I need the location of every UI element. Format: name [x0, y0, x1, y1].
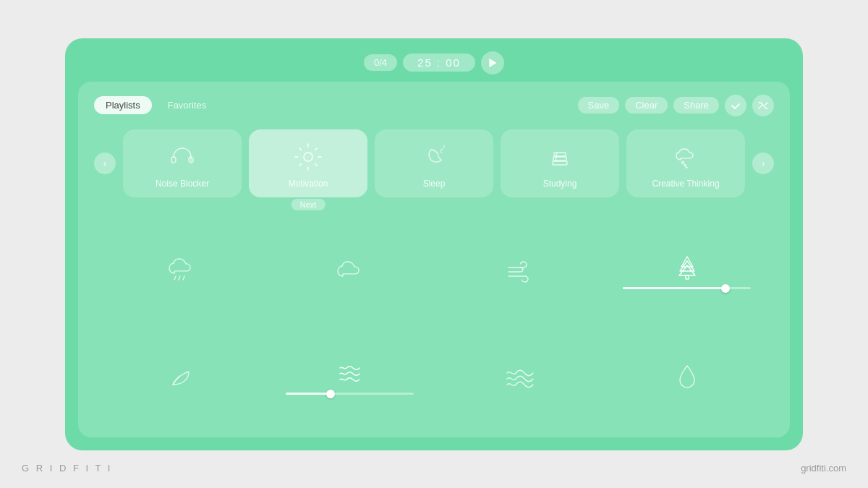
category-sleep[interactable]: z z Sleep: [375, 129, 493, 197]
brand-left: G R I D F I T I: [22, 463, 112, 474]
svg-point-17: [682, 161, 684, 163]
sun-icon: [292, 141, 324, 173]
category-noise-blocker[interactable]: Noise Blocker: [123, 129, 242, 197]
timer-display: 25 : 00: [403, 53, 475, 72]
tabs-right: Save Clear Share: [578, 95, 774, 116]
svg-line-10: [299, 163, 302, 166]
books-icon: [544, 141, 576, 173]
play-button[interactable]: [481, 51, 504, 74]
sound-rain[interactable]: [101, 222, 261, 319]
categories-list: Noise Blocker: [123, 129, 745, 197]
shuffle-icon-button[interactable]: [752, 95, 774, 116]
category-motivation[interactable]: Motivation Next: [249, 129, 367, 197]
tab-favorites[interactable]: Favorites: [156, 96, 218, 114]
category-studying[interactable]: Studying: [501, 129, 619, 197]
next-arrow[interactable]: ›: [752, 153, 774, 174]
rain-icon: [166, 254, 197, 286]
waves-large-icon: [503, 360, 535, 392]
tabs-row: Playlists Favorites Save Clear Share: [94, 95, 774, 116]
wind-icon: [503, 254, 535, 286]
svg-point-18: [684, 164, 686, 166]
progress-badge: 0/4: [364, 54, 397, 71]
top-bar: 0/4 25 : 00: [65, 38, 803, 82]
drop-icon: [671, 360, 703, 392]
sound-waves-small[interactable]: [270, 328, 430, 424]
forest-icon: [671, 251, 703, 283]
svg-line-16: [556, 153, 557, 161]
moon-icon: z z: [418, 141, 450, 173]
svg-point-2: [304, 153, 312, 161]
category-motivation-label: Motivation: [289, 179, 328, 189]
tabs-left: Playlists Favorites: [94, 96, 218, 114]
svg-rect-0: [171, 157, 176, 163]
sound-forest[interactable]: [607, 222, 767, 319]
share-button[interactable]: Share: [673, 97, 719, 114]
svg-text:z: z: [443, 144, 446, 149]
svg-line-8: [315, 163, 318, 166]
sound-drop[interactable]: [607, 328, 767, 424]
leaf-icon: [166, 360, 197, 392]
waves-small-slider[interactable]: [286, 393, 414, 395]
prev-arrow[interactable]: ‹: [94, 153, 116, 174]
sound-leaf[interactable]: [101, 328, 261, 424]
headphones-icon: [166, 141, 198, 173]
sound-cloud[interactable]: [270, 222, 430, 319]
main-card: 0/4 25 : 00 Playlists Favorites Save Cle…: [65, 38, 803, 450]
svg-rect-26: [686, 275, 689, 279]
category-creative-thinking-label: Creative Thinking: [652, 179, 719, 189]
svg-point-19: [686, 166, 687, 168]
sound-grid: [94, 222, 774, 424]
svg-line-22: [183, 276, 184, 280]
waves-small-icon: [334, 356, 366, 388]
page-wrapper: 0/4 25 : 00 Playlists Favorites Save Cle…: [0, 0, 868, 488]
svg-line-21: [179, 276, 180, 280]
category-sleep-label: Sleep: [423, 179, 446, 189]
tab-playlists[interactable]: Playlists: [94, 96, 152, 114]
category-row: ‹ Noise Blocker: [94, 129, 774, 197]
forest-slider[interactable]: [623, 287, 751, 289]
sound-waves-large[interactable]: [438, 328, 598, 424]
svg-line-20: [174, 276, 176, 280]
svg-line-7: [299, 147, 302, 150]
sound-wind[interactable]: [438, 222, 598, 319]
svg-rect-13: [553, 161, 567, 165]
category-creative-thinking[interactable]: Creative Thinking: [626, 129, 745, 197]
clear-button[interactable]: Clear: [625, 97, 668, 114]
check-icon-button[interactable]: [725, 95, 746, 116]
cloud-icon: [334, 254, 366, 286]
category-studying-label: Studying: [543, 179, 577, 189]
svg-rect-15: [554, 153, 566, 156]
save-button[interactable]: Save: [578, 97, 620, 114]
category-noise-blocker-label: Noise Blocker: [156, 179, 209, 189]
brand-right: gridfiti.com: [801, 463, 846, 474]
content-area: Playlists Favorites Save Clear Share: [78, 82, 790, 437]
next-badge[interactable]: Next: [292, 199, 326, 210]
thought-cloud-icon: [670, 141, 702, 173]
svg-line-9: [315, 147, 318, 150]
